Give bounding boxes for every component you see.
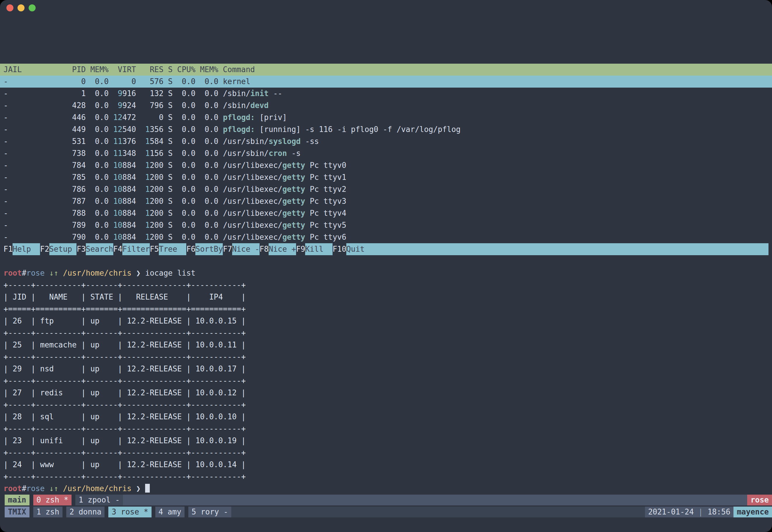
process-row[interactable]: - 449 0.0 12540 1356 S 0.0 0.0 pflogd: [… [0, 124, 772, 135]
terminal-content: Avg[||0.5%]Hostname: rose Mem[||||||||||… [0, 16, 772, 519]
jail-table-line: +-----+----------+-------+--------------… [4, 447, 768, 459]
fkey-key: F6 [186, 243, 195, 255]
fkey-label: Filter [122, 243, 150, 255]
fkey-f9-kill[interactable]: F9Kill [296, 243, 333, 255]
close-button[interactable] [6, 4, 13, 11]
jail-table-line: | 23 | unifi | up | 12.2-RELEASE | 10.0.… [4, 435, 768, 447]
process-row[interactable]: - 784 0.0 10884 1200 S 0.0 0.0 /usr/libe… [0, 159, 772, 171]
tmux-datetime: 2021-01-24 | 18:56 [645, 507, 734, 517]
fkey-key: F4 [113, 243, 122, 255]
jail-table-line: +-----+----------+-------+--------------… [4, 351, 768, 363]
window-titlebar [0, 0, 772, 16]
fkey-f2-setup[interactable]: F2Setup [40, 243, 76, 255]
status-filler [123, 495, 747, 505]
shell-prompt: root#rose ↓↑ /usr/home/chris ❯ [4, 484, 145, 493]
maximize-button[interactable] [29, 4, 36, 11]
iocage-jail-table: +-----+----------+-------+--------------… [4, 279, 768, 483]
tmux-session-name[interactable]: main [5, 495, 29, 505]
jail-table-line: | 29 | nsd | up | 12.2-RELEASE | 10.0.0.… [4, 363, 768, 375]
fkey-f4-filter[interactable]: F4Filter [113, 243, 150, 255]
jail-table-line: +-----+----------+-------+--------------… [4, 399, 768, 411]
fkey-label: SortBy [195, 243, 223, 255]
tmux-window-tab[interactable]: 5 rory - [188, 507, 231, 517]
fkey-key: F8 [260, 243, 269, 255]
tmux-user-badge: mayence [733, 507, 772, 517]
minimize-button[interactable] [18, 4, 25, 11]
status-time: 18:56 [707, 507, 730, 516]
fkey-f3-search[interactable]: F3Search [76, 243, 113, 255]
fkey-label: Search [86, 243, 113, 255]
jail-table-line: | 28 | sql | up | 12.2-RELEASE | 10.0.0.… [4, 411, 768, 423]
status-separator: | [694, 507, 707, 516]
fkey-label: Setup [49, 243, 77, 255]
jail-table-line: | 27 | redis | up | 12.2-RELEASE | 10.0.… [4, 387, 768, 399]
process-row[interactable]: - 446 0.0 12472 0 S 0.0 0.0 pflogd: [pri… [0, 112, 772, 124]
process-row[interactable]: - 789 0.0 10884 1200 S 0.0 0.0 /usr/libe… [0, 219, 772, 231]
tmux-window-tab[interactable]: 0 zsh * [33, 495, 72, 505]
tmux-session-name[interactable]: TMIX [5, 507, 29, 517]
cpu-meter-line: Avg[||0.5%]Hostname: rose [4, 16, 768, 28]
tmux-window-tab[interactable]: 1 zpool - [75, 495, 123, 505]
jail-table-line: +-----+----------+-------+--------------… [4, 471, 768, 483]
jail-table-line: | 26 | ftp | up | 12.2-RELEASE | 10.0.0.… [4, 315, 768, 327]
fkey-label: Tree [159, 243, 186, 255]
fkey-key: F2 [40, 243, 49, 255]
process-row[interactable]: - 786 0.0 10884 1200 S 0.0 0.0 /usr/libe… [0, 183, 772, 195]
tmux-status-row-1: main0 zsh *1 zpool -rose [0, 495, 772, 507]
tmux-window-tab[interactable]: 4 amy [155, 507, 185, 517]
process-row-selected[interactable]: - 0 0.0 0 576 S 0.0 0.0 kernel [0, 76, 772, 88]
jail-table-line: +-----+----------+-------+--------------… [4, 327, 768, 339]
jail-table-line: | 24 | www | up | 12.2-RELEASE | 10.0.0.… [4, 459, 768, 471]
jail-table-line: +=====+==========+=======+==============… [4, 303, 768, 315]
fkey-label: Quit [346, 243, 768, 255]
fkey-key: F7 [223, 243, 232, 255]
tmux-hostname-badge: rose [747, 495, 772, 505]
process-row[interactable]: - 738 0.0 11348 1156 S 0.0 0.0 /usr/sbin… [0, 147, 772, 159]
prompt-line-1: root#rose ↓↑ /usr/home/chris ❯ iocage li… [4, 267, 768, 279]
fkey-key: F1 [4, 243, 13, 255]
process-row[interactable]: - 788 0.0 10884 1200 S 0.0 0.0 /usr/libe… [0, 207, 772, 219]
shell-prompt: root#rose ↓↑ /usr/home/chris ❯ iocage li… [4, 269, 196, 277]
fkey-label: Kill [305, 243, 333, 255]
process-table: - 0 0.0 0 576 S 0.0 0.0 kernel- 1 0.0 99… [4, 76, 768, 243]
status-date: 2021-01-24 [648, 507, 694, 516]
fkey-f6-sortby[interactable]: F6SortBy [186, 243, 223, 255]
status-filler [231, 507, 645, 517]
blank-line [4, 255, 768, 267]
fkey-key: F9 [296, 243, 305, 255]
jail-table-line: +-----+----------+-------+--------------… [4, 375, 768, 387]
fkey-f5-tree[interactable]: F5Tree [150, 243, 186, 255]
tmux-window-tab-active[interactable]: 3 rose * [108, 507, 151, 517]
terminal-window: Avg[||0.5%]Hostname: rose Mem[||||||||||… [0, 0, 772, 532]
tmux-window-tab[interactable]: 1 zsh [33, 507, 62, 517]
fkey-label: Nice + [269, 243, 296, 255]
swap-meter-line: Swp[|4.61M/2.00G]Tasks: 89, 0 thr; 2 run… [4, 40, 768, 52]
fkey-f1-help[interactable]: F1Help [4, 243, 40, 255]
tmux-window-tab[interactable]: 2 donna [66, 507, 105, 517]
fkey-key: F3 [76, 243, 86, 255]
fkey-key: F10 [333, 243, 346, 255]
tmux-status-row-2: TMIX1 zsh2 donna3 rose *4 amy5 rory -202… [0, 507, 772, 519]
jail-table-line: +-----+----------+-------+--------------… [4, 279, 768, 291]
function-key-bar: F1Help F2Setup F3SearchF4FilterF5Tree F6… [0, 243, 772, 255]
fkey-key: F5 [150, 243, 159, 255]
prompt-line-2: root#rose ↓↑ /usr/home/chris ❯ [4, 483, 768, 495]
process-row[interactable]: - 785 0.0 10884 1200 S 0.0 0.0 /usr/libe… [0, 171, 772, 183]
process-row[interactable]: - 790 0.0 10884 1200 S 0.0 0.0 /usr/libe… [0, 231, 772, 243]
process-table-header[interactable]: JAIL PID MEM% VIRT RES S CPU% MEM% Comma… [0, 64, 772, 76]
process-row[interactable]: - 1 0.0 9916 132 S 0.0 0.0 /sbin/init -- [0, 88, 772, 100]
arc-line: ARC: 14.2G Used:7.12G MFU:5.53G MRU:833M… [4, 52, 768, 64]
process-row[interactable]: - 531 0.0 11376 1584 S 0.0 0.0 /usr/sbin… [0, 135, 772, 147]
fkey-label: Help [13, 243, 40, 255]
process-row[interactable]: - 787 0.0 10884 1200 S 0.0 0.0 /usr/libe… [0, 195, 772, 207]
jail-table-line: | 25 | memcache | up | 12.2-RELEASE | 10… [4, 339, 768, 351]
fkey-label: Nice - [232, 243, 260, 255]
fkey-f7-nice-[interactable]: F7Nice - [223, 243, 259, 255]
jail-table-line: +-----+----------+-------+--------------… [4, 423, 768, 435]
jail-table-header: | JID | NAME | STATE | RELEASE | IP4 | [4, 291, 768, 303]
process-row[interactable]: - 428 0.0 9924 796 S 0.0 0.0 /sbin/devd [0, 100, 772, 112]
text-cursor [145, 484, 150, 493]
mem-meter-line: Mem[||||||||||||||||||||||||||||||||||||… [4, 28, 768, 40]
fkey-f10-quit[interactable]: F10Quit [333, 243, 768, 255]
fkey-f8-nice-[interactable]: F8Nice + [260, 243, 296, 255]
